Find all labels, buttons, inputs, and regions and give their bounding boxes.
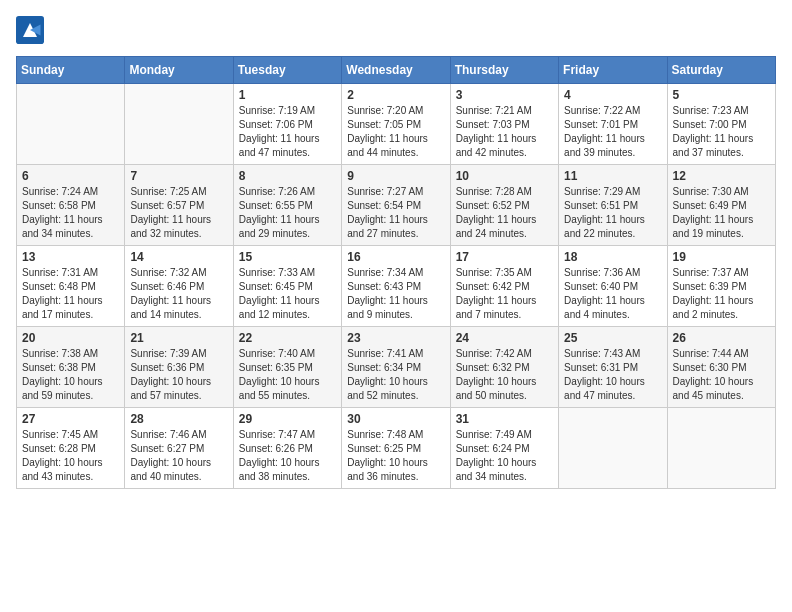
day-cell: 29Sunrise: 7:47 AM Sunset: 6:26 PM Dayli… (233, 408, 341, 489)
day-info: Sunrise: 7:28 AM Sunset: 6:52 PM Dayligh… (456, 185, 553, 241)
day-number: 9 (347, 169, 444, 183)
day-number: 11 (564, 169, 661, 183)
day-number: 24 (456, 331, 553, 345)
day-cell (667, 408, 775, 489)
day-info: Sunrise: 7:37 AM Sunset: 6:39 PM Dayligh… (673, 266, 770, 322)
week-row-4: 20Sunrise: 7:38 AM Sunset: 6:38 PM Dayli… (17, 327, 776, 408)
day-cell: 30Sunrise: 7:48 AM Sunset: 6:25 PM Dayli… (342, 408, 450, 489)
week-row-1: 1Sunrise: 7:19 AM Sunset: 7:06 PM Daylig… (17, 84, 776, 165)
day-cell: 31Sunrise: 7:49 AM Sunset: 6:24 PM Dayli… (450, 408, 558, 489)
day-number: 25 (564, 331, 661, 345)
day-number: 16 (347, 250, 444, 264)
day-info: Sunrise: 7:27 AM Sunset: 6:54 PM Dayligh… (347, 185, 444, 241)
day-info: Sunrise: 7:46 AM Sunset: 6:27 PM Dayligh… (130, 428, 227, 484)
day-number: 20 (22, 331, 119, 345)
day-cell: 2Sunrise: 7:20 AM Sunset: 7:05 PM Daylig… (342, 84, 450, 165)
logo-icon (16, 16, 44, 44)
day-number: 3 (456, 88, 553, 102)
day-number: 12 (673, 169, 770, 183)
day-number: 7 (130, 169, 227, 183)
day-info: Sunrise: 7:31 AM Sunset: 6:48 PM Dayligh… (22, 266, 119, 322)
col-header-friday: Friday (559, 57, 667, 84)
day-number: 21 (130, 331, 227, 345)
page-header (16, 16, 776, 44)
day-cell: 22Sunrise: 7:40 AM Sunset: 6:35 PM Dayli… (233, 327, 341, 408)
day-info: Sunrise: 7:32 AM Sunset: 6:46 PM Dayligh… (130, 266, 227, 322)
day-info: Sunrise: 7:39 AM Sunset: 6:36 PM Dayligh… (130, 347, 227, 403)
day-number: 26 (673, 331, 770, 345)
day-number: 18 (564, 250, 661, 264)
day-info: Sunrise: 7:26 AM Sunset: 6:55 PM Dayligh… (239, 185, 336, 241)
day-cell: 4Sunrise: 7:22 AM Sunset: 7:01 PM Daylig… (559, 84, 667, 165)
day-info: Sunrise: 7:33 AM Sunset: 6:45 PM Dayligh… (239, 266, 336, 322)
day-number: 10 (456, 169, 553, 183)
day-info: Sunrise: 7:44 AM Sunset: 6:30 PM Dayligh… (673, 347, 770, 403)
week-row-5: 27Sunrise: 7:45 AM Sunset: 6:28 PM Dayli… (17, 408, 776, 489)
day-cell: 25Sunrise: 7:43 AM Sunset: 6:31 PM Dayli… (559, 327, 667, 408)
day-info: Sunrise: 7:29 AM Sunset: 6:51 PM Dayligh… (564, 185, 661, 241)
day-cell: 13Sunrise: 7:31 AM Sunset: 6:48 PM Dayli… (17, 246, 125, 327)
day-number: 14 (130, 250, 227, 264)
day-info: Sunrise: 7:24 AM Sunset: 6:58 PM Dayligh… (22, 185, 119, 241)
day-cell: 7Sunrise: 7:25 AM Sunset: 6:57 PM Daylig… (125, 165, 233, 246)
day-info: Sunrise: 7:34 AM Sunset: 6:43 PM Dayligh… (347, 266, 444, 322)
week-row-2: 6Sunrise: 7:24 AM Sunset: 6:58 PM Daylig… (17, 165, 776, 246)
day-cell: 17Sunrise: 7:35 AM Sunset: 6:42 PM Dayli… (450, 246, 558, 327)
day-info: Sunrise: 7:25 AM Sunset: 6:57 PM Dayligh… (130, 185, 227, 241)
day-cell: 18Sunrise: 7:36 AM Sunset: 6:40 PM Dayli… (559, 246, 667, 327)
day-info: Sunrise: 7:43 AM Sunset: 6:31 PM Dayligh… (564, 347, 661, 403)
day-cell: 19Sunrise: 7:37 AM Sunset: 6:39 PM Dayli… (667, 246, 775, 327)
day-cell: 1Sunrise: 7:19 AM Sunset: 7:06 PM Daylig… (233, 84, 341, 165)
day-info: Sunrise: 7:20 AM Sunset: 7:05 PM Dayligh… (347, 104, 444, 160)
day-number: 29 (239, 412, 336, 426)
day-cell: 24Sunrise: 7:42 AM Sunset: 6:32 PM Dayli… (450, 327, 558, 408)
day-info: Sunrise: 7:41 AM Sunset: 6:34 PM Dayligh… (347, 347, 444, 403)
day-info: Sunrise: 7:47 AM Sunset: 6:26 PM Dayligh… (239, 428, 336, 484)
day-info: Sunrise: 7:36 AM Sunset: 6:40 PM Dayligh… (564, 266, 661, 322)
day-info: Sunrise: 7:30 AM Sunset: 6:49 PM Dayligh… (673, 185, 770, 241)
day-number: 4 (564, 88, 661, 102)
day-info: Sunrise: 7:19 AM Sunset: 7:06 PM Dayligh… (239, 104, 336, 160)
day-info: Sunrise: 7:45 AM Sunset: 6:28 PM Dayligh… (22, 428, 119, 484)
day-cell: 16Sunrise: 7:34 AM Sunset: 6:43 PM Dayli… (342, 246, 450, 327)
col-header-tuesday: Tuesday (233, 57, 341, 84)
day-cell (17, 84, 125, 165)
header-row: SundayMondayTuesdayWednesdayThursdayFrid… (17, 57, 776, 84)
day-cell: 9Sunrise: 7:27 AM Sunset: 6:54 PM Daylig… (342, 165, 450, 246)
day-info: Sunrise: 7:42 AM Sunset: 6:32 PM Dayligh… (456, 347, 553, 403)
day-info: Sunrise: 7:35 AM Sunset: 6:42 PM Dayligh… (456, 266, 553, 322)
day-cell: 23Sunrise: 7:41 AM Sunset: 6:34 PM Dayli… (342, 327, 450, 408)
day-cell: 12Sunrise: 7:30 AM Sunset: 6:49 PM Dayli… (667, 165, 775, 246)
day-info: Sunrise: 7:48 AM Sunset: 6:25 PM Dayligh… (347, 428, 444, 484)
day-cell (125, 84, 233, 165)
day-info: Sunrise: 7:38 AM Sunset: 6:38 PM Dayligh… (22, 347, 119, 403)
day-number: 23 (347, 331, 444, 345)
day-cell: 26Sunrise: 7:44 AM Sunset: 6:30 PM Dayli… (667, 327, 775, 408)
day-cell (559, 408, 667, 489)
day-cell: 14Sunrise: 7:32 AM Sunset: 6:46 PM Dayli… (125, 246, 233, 327)
calendar-table: SundayMondayTuesdayWednesdayThursdayFrid… (16, 56, 776, 489)
day-cell: 27Sunrise: 7:45 AM Sunset: 6:28 PM Dayli… (17, 408, 125, 489)
day-number: 17 (456, 250, 553, 264)
col-header-thursday: Thursday (450, 57, 558, 84)
day-number: 1 (239, 88, 336, 102)
day-number: 2 (347, 88, 444, 102)
day-number: 22 (239, 331, 336, 345)
day-number: 27 (22, 412, 119, 426)
day-cell: 20Sunrise: 7:38 AM Sunset: 6:38 PM Dayli… (17, 327, 125, 408)
col-header-monday: Monday (125, 57, 233, 84)
day-cell: 10Sunrise: 7:28 AM Sunset: 6:52 PM Dayli… (450, 165, 558, 246)
day-cell: 6Sunrise: 7:24 AM Sunset: 6:58 PM Daylig… (17, 165, 125, 246)
logo (16, 16, 48, 44)
day-number: 5 (673, 88, 770, 102)
day-number: 30 (347, 412, 444, 426)
day-cell: 15Sunrise: 7:33 AM Sunset: 6:45 PM Dayli… (233, 246, 341, 327)
day-cell: 11Sunrise: 7:29 AM Sunset: 6:51 PM Dayli… (559, 165, 667, 246)
day-cell: 28Sunrise: 7:46 AM Sunset: 6:27 PM Dayli… (125, 408, 233, 489)
day-number: 19 (673, 250, 770, 264)
day-info: Sunrise: 7:40 AM Sunset: 6:35 PM Dayligh… (239, 347, 336, 403)
day-number: 28 (130, 412, 227, 426)
col-header-sunday: Sunday (17, 57, 125, 84)
day-cell: 8Sunrise: 7:26 AM Sunset: 6:55 PM Daylig… (233, 165, 341, 246)
day-info: Sunrise: 7:21 AM Sunset: 7:03 PM Dayligh… (456, 104, 553, 160)
